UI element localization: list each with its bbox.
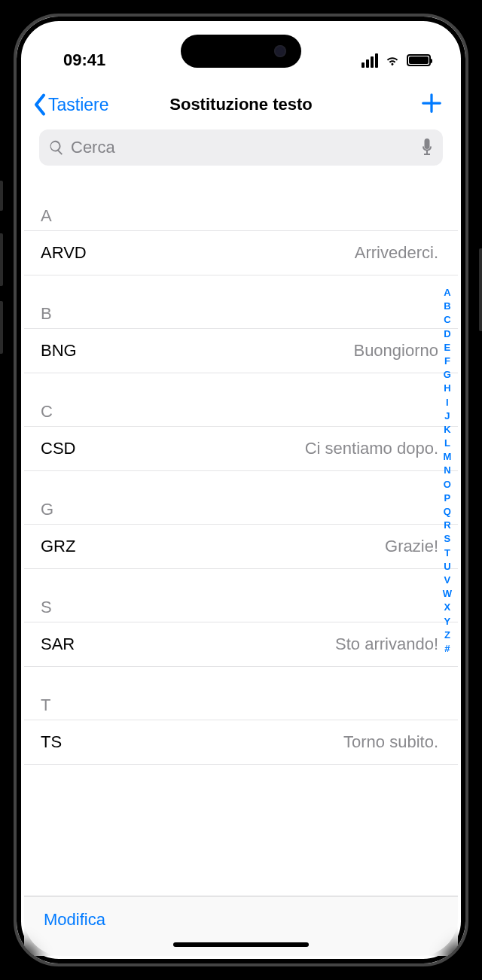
bottom-toolbar: Modifica [24, 896, 458, 956]
index-letter[interactable]: I [443, 396, 452, 409]
section-S: SSARSto arrivando! [24, 590, 458, 667]
replacement-row[interactable]: ARVDArrivederci. [24, 231, 458, 275]
phrase-text: Sto arrivando! [335, 635, 438, 654]
shortcut-text: ARVD [41, 243, 87, 263]
index-letter[interactable]: E [441, 341, 454, 355]
status-time: 09:41 [63, 50, 105, 70]
index-letter[interactable]: F [441, 355, 453, 368]
replacement-row[interactable]: CSDCi sentiamo dopo. [24, 427, 458, 471]
section-header: S [24, 590, 458, 622]
index-letter[interactable]: Y [441, 615, 454, 628]
section-T: TTSTorno subito. [24, 688, 458, 765]
section-header: A [24, 199, 458, 231]
cellular-signal-icon [362, 53, 378, 68]
search-container [24, 126, 458, 173]
index-letter[interactable]: N [441, 464, 453, 477]
dynamic-island [181, 35, 301, 68]
front-camera [274, 45, 286, 57]
power-button [479, 248, 482, 331]
shortcut-text: BNG [41, 341, 77, 361]
index-letter[interactable]: S [441, 532, 454, 546]
volume-down [0, 301, 3, 354]
phone-body: 09:41 Tastiere Sostituzione testo [14, 14, 468, 966]
index-letter[interactable]: U [441, 560, 453, 574]
section-header: T [24, 688, 458, 720]
section-header: G [24, 492, 458, 525]
index-letter[interactable]: R [441, 519, 453, 532]
replacement-row[interactable]: GRZGrazie! [24, 525, 458, 569]
index-letter[interactable]: C [441, 313, 453, 327]
index-letter[interactable]: V [441, 574, 454, 587]
shortcut-text: GRZ [41, 537, 75, 556]
index-letter[interactable]: H [441, 382, 453, 395]
battery-icon [407, 54, 431, 66]
alpha-index[interactable]: ABCDEFGHIJKLMNOPQRSTUVWXYZ# [440, 286, 455, 656]
phrase-text: Ci sentiamo dopo. [305, 439, 438, 458]
list-content[interactable]: AARVDArrivederci.BBNGBuongiornoCCSDCi se… [24, 173, 458, 896]
index-letter[interactable]: W [440, 587, 455, 601]
replacement-row[interactable]: SARSto arrivando! [24, 622, 458, 667]
index-letter[interactable]: T [441, 546, 453, 560]
screen: 09:41 Tastiere Sostituzione testo [24, 24, 458, 956]
index-letter[interactable]: L [441, 437, 453, 450]
plus-icon [420, 92, 443, 114]
shortcut-text: SAR [41, 635, 75, 654]
section-G: GGRZGrazie! [24, 492, 458, 569]
index-letter[interactable]: P [441, 492, 454, 505]
index-letter[interactable]: # [441, 642, 453, 656]
search-input[interactable] [71, 138, 414, 157]
silent-switch [0, 181, 3, 211]
shortcut-text: CSD [41, 439, 75, 458]
search-field[interactable] [39, 129, 443, 166]
edit-button[interactable]: Modifica [44, 910, 105, 930]
replacement-groups: AARVDArrivederci.BBNGBuongiornoCCSDCi se… [24, 199, 458, 765]
navigation-bar: Tastiere Sostituzione testo [24, 83, 458, 126]
index-letter[interactable]: Z [441, 628, 453, 642]
section-header: B [24, 297, 458, 329]
chevron-left-icon [32, 93, 48, 116]
phrase-text: Torno subito. [343, 732, 438, 752]
index-letter[interactable]: J [441, 409, 453, 423]
home-indicator[interactable] [173, 942, 309, 947]
index-letter[interactable]: G [441, 368, 454, 382]
phrase-text: Buongiorno [353, 341, 438, 361]
search-icon [48, 139, 65, 156]
index-letter[interactable]: X [441, 601, 454, 614]
back-button[interactable]: Tastiere [32, 93, 109, 116]
section-C: CCSDCi sentiamo dopo. [24, 394, 458, 471]
section-A: AARVDArrivederci. [24, 199, 458, 275]
device-frame: 09:41 Tastiere Sostituzione testo [0, 0, 482, 980]
index-letter[interactable]: A [441, 286, 453, 300]
index-letter[interactable]: K [441, 423, 453, 437]
replacement-row[interactable]: BNGBuongiorno [24, 329, 458, 373]
volume-up [0, 233, 3, 286]
section-header: C [24, 394, 458, 427]
wifi-icon [384, 52, 401, 68]
index-letter[interactable]: M [440, 450, 454, 464]
index-letter[interactable]: O [441, 478, 454, 492]
shortcut-text: TS [41, 732, 62, 752]
add-button[interactable] [420, 92, 443, 117]
status-indicators [362, 52, 431, 68]
back-label: Tastiere [48, 95, 109, 115]
index-letter[interactable]: B [441, 300, 453, 313]
mic-icon[interactable] [420, 138, 434, 157]
section-B: BBNGBuongiorno [24, 297, 458, 373]
index-letter[interactable]: D [441, 327, 453, 341]
index-letter[interactable]: Q [441, 505, 454, 519]
replacement-row[interactable]: TSTorno subito. [24, 720, 458, 765]
phrase-text: Arrivederci. [355, 243, 438, 263]
phrase-text: Grazie! [385, 537, 438, 556]
